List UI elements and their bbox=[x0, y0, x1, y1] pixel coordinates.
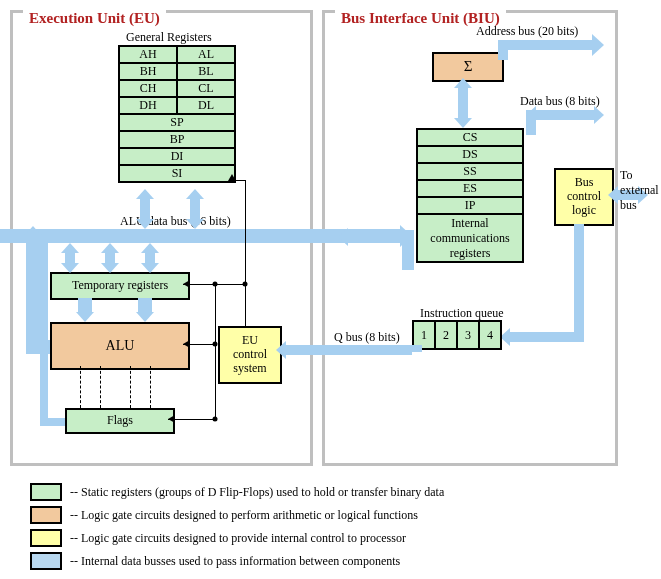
flags-box: Flags bbox=[65, 408, 175, 434]
reg-es: ES bbox=[417, 180, 523, 197]
legend-blue: -- Internal data busses used to pass inf… bbox=[70, 554, 400, 569]
ctrl-dot-3 bbox=[213, 417, 218, 422]
legend-swatch-orange bbox=[30, 506, 62, 524]
ctrl-main-v bbox=[245, 180, 246, 326]
comm-regs: Internal communications registers bbox=[417, 214, 523, 262]
reg-si: SI bbox=[119, 165, 235, 182]
eu-control-box: EU control system bbox=[218, 326, 282, 384]
iq-cell-3: 3 bbox=[456, 320, 478, 350]
segment-registers-table: CS DS SS ES IP Internal communications r… bbox=[416, 128, 524, 263]
ctrl-dot-2b bbox=[213, 342, 218, 347]
sigma-to-seg bbox=[458, 88, 468, 118]
ctrl-to-alu-arrow bbox=[183, 340, 190, 348]
bus-conn-1 bbox=[140, 199, 150, 219]
ctrl-dot-2 bbox=[213, 282, 218, 287]
reg-sp: SP bbox=[119, 114, 235, 131]
busctrl-to-iq bbox=[510, 332, 584, 342]
reg-ch: CH bbox=[119, 80, 177, 97]
iq-heading: Instruction queue bbox=[420, 306, 504, 321]
data-bus bbox=[536, 110, 594, 120]
ctrl-to-temp-arrow bbox=[183, 280, 190, 288]
q-bus-label: Q bus (8 bits) bbox=[334, 330, 400, 345]
reg-bp: BP bbox=[119, 131, 235, 148]
reg-al: AL bbox=[177, 46, 235, 63]
ctrl-to-regs-arrow bbox=[228, 174, 236, 181]
alu-flags-dash-2 bbox=[100, 366, 101, 408]
flags-feedback-h bbox=[40, 418, 65, 426]
alu-in-1 bbox=[78, 298, 92, 312]
alu-feedback-main bbox=[26, 236, 40, 354]
legend-swatch-blue bbox=[30, 552, 62, 570]
alu-bus-biu-link bbox=[348, 232, 402, 242]
bus-conn-temp2 bbox=[105, 253, 115, 263]
q-bus-joint bbox=[412, 345, 422, 352]
alu-feedback-tip bbox=[26, 236, 40, 237]
reg-di: DI bbox=[119, 148, 235, 165]
address-bus bbox=[498, 40, 594, 50]
ctrl-to-flags-arrow bbox=[168, 415, 175, 423]
legend-yellow: -- Logic gate circuits designed to provi… bbox=[70, 531, 406, 546]
reg-ah: AH bbox=[119, 46, 177, 63]
flags-feedback-v bbox=[40, 236, 48, 426]
reg-bh: BH bbox=[119, 63, 177, 80]
alu-box: ALU bbox=[50, 322, 190, 370]
bus-control-box: Bus control logic bbox=[554, 168, 614, 226]
bus-conn-temp3 bbox=[145, 253, 155, 263]
busctrl-down bbox=[574, 224, 584, 342]
reg-cl: CL bbox=[177, 80, 235, 97]
bus-conn-2 bbox=[190, 199, 200, 219]
reg-ss: SS bbox=[417, 163, 523, 180]
general-registers-heading: General Registers bbox=[126, 30, 212, 45]
ctrl-to-flags bbox=[168, 419, 216, 420]
alu-flags-dash-3 bbox=[130, 366, 131, 408]
reg-dl: DL bbox=[177, 97, 235, 114]
legend-swatch-yellow bbox=[30, 529, 62, 547]
reg-bl: BL bbox=[177, 63, 235, 80]
instruction-queue: 1 2 3 4 bbox=[412, 320, 502, 350]
reg-cs: CS bbox=[417, 129, 523, 146]
ctrl-dot-1 bbox=[243, 282, 248, 287]
iq-cell-2: 2 bbox=[434, 320, 456, 350]
alu-in-2 bbox=[138, 298, 152, 312]
alu-flags-dash-4 bbox=[150, 366, 151, 408]
reg-dh: DH bbox=[119, 97, 177, 114]
ctrl-branch-v bbox=[215, 284, 216, 419]
iq-cell-4: 4 bbox=[478, 320, 502, 350]
general-registers-table: AH AL BH BL CH CL DH DL SP BP DI SI bbox=[118, 45, 236, 183]
alu-bus-biu-vlink bbox=[402, 230, 414, 270]
eu-title: Execution Unit (EU) bbox=[23, 10, 166, 27]
legend-orange: -- Logic gate circuits designed to perfo… bbox=[70, 508, 418, 523]
legend-green: -- Static registers (groups of D Flip-Fl… bbox=[70, 485, 444, 500]
address-bus-label: Address bus (20 bits) bbox=[476, 24, 578, 39]
legend: -- Static registers (groups of D Flip-Fl… bbox=[30, 478, 444, 575]
bus-conn-temp1 bbox=[65, 253, 75, 263]
temp-registers: Temporary registers bbox=[50, 272, 190, 300]
reg-ip: IP bbox=[417, 197, 523, 214]
data-bus-label: Data bus (8 bits) bbox=[520, 94, 600, 109]
ext-bus-label: To external bus bbox=[620, 168, 659, 213]
address-bus-stub bbox=[498, 40, 508, 60]
legend-swatch-green bbox=[30, 483, 62, 501]
alu-flags-dash-1 bbox=[80, 366, 81, 408]
data-bus-stub bbox=[526, 110, 536, 135]
reg-ds: DS bbox=[417, 146, 523, 163]
q-bus bbox=[286, 345, 412, 355]
